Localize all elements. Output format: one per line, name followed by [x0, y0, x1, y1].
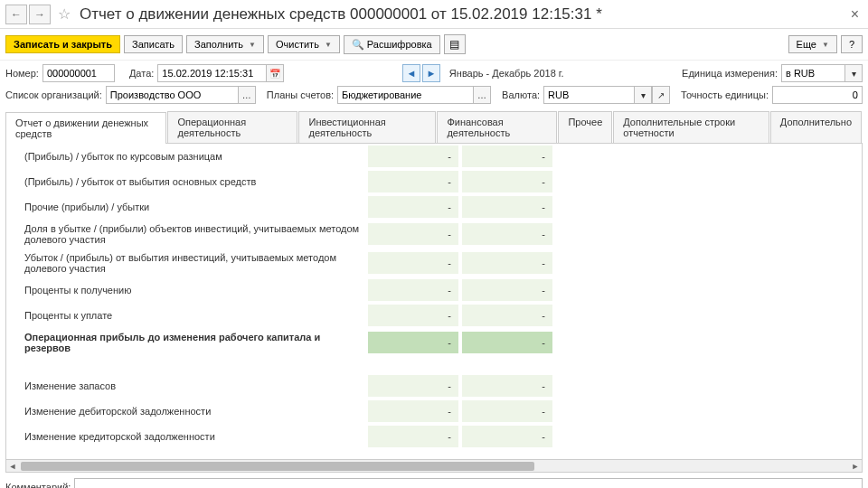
table-row[interactable]: Проценты к получению--: [6, 277, 862, 303]
row-value-2[interactable]: -: [462, 426, 552, 447]
row-value-1[interactable]: -: [368, 279, 458, 301]
row-label: Проценты к получению: [6, 281, 368, 299]
row-value-1[interactable]: -: [368, 223, 458, 245]
row-value-1[interactable]: -: [368, 196, 458, 218]
row-value-2[interactable]: -: [462, 305, 552, 326]
date-label: Дата:: [129, 68, 154, 79]
ellipsis-icon[interactable]: …: [473, 86, 491, 104]
orgs-input[interactable]: [106, 86, 238, 104]
table-row[interactable]: Операционная прибыль до изменения рабоче…: [6, 328, 862, 357]
row-value-2[interactable]: -: [462, 145, 552, 167]
row-value-1[interactable]: -: [368, 252, 458, 274]
table-row[interactable]: Убыток / (прибыль) от выбытия инвестиций…: [6, 249, 862, 277]
more-button[interactable]: Еще▼: [788, 35, 837, 53]
row-label: Изменение кредиторской задолженности: [6, 427, 368, 446]
row-value-2[interactable]: -: [462, 332, 552, 353]
table-row[interactable]: Изменение запасов--: [6, 373, 862, 399]
chevron-down-icon: ▼: [325, 41, 332, 49]
row-value-1[interactable]: -: [368, 305, 458, 326]
row-value-2[interactable]: -: [462, 279, 552, 301]
tab-4[interactable]: Прочее: [558, 111, 612, 143]
period-next-button[interactable]: ►: [422, 64, 440, 82]
chevron-down-icon: ▼: [249, 41, 256, 49]
row-value-2[interactable]: -: [462, 400, 552, 422]
tab-1[interactable]: Операционная деятельность: [167, 111, 297, 143]
plans-label: Планы счетов:: [267, 89, 334, 100]
table-row[interactable]: (Прибыль) / убыток от выбытия основных с…: [6, 169, 862, 194]
table-row[interactable]: Изменение дебиторской задолженности--: [6, 399, 862, 424]
plans-input[interactable]: [337, 86, 473, 104]
nav-back-button[interactable]: ←: [5, 5, 27, 24]
page-title: Отчет о движении денежных средств 000000…: [80, 5, 847, 23]
magnifier-icon: 🔍: [352, 39, 364, 51]
row-value-2[interactable]: -: [462, 252, 552, 274]
precision-label: Точность единицы:: [681, 89, 769, 100]
row-value-1[interactable]: -: [368, 400, 458, 422]
row-value-1[interactable]: -: [368, 426, 458, 447]
precision-input[interactable]: [772, 86, 863, 104]
table-row[interactable]: Доля в убытке / (прибыли) объектов инвес…: [6, 220, 862, 249]
currency-input[interactable]: [543, 86, 634, 104]
row-label: Доля в убытке / (прибыли) объектов инвес…: [6, 220, 368, 249]
chevron-down-icon: ▼: [822, 41, 829, 49]
row-label: Изменение дебиторской задолженности: [6, 402, 368, 420]
save-button[interactable]: Записать: [124, 35, 183, 53]
save-close-button[interactable]: Записать и закрыть: [5, 35, 120, 53]
tab-6[interactable]: Дополнительно: [770, 111, 862, 143]
number-label: Номер:: [5, 68, 39, 79]
tab-2[interactable]: Инвестиционная деятельность: [298, 111, 436, 143]
open-icon[interactable]: ↗: [652, 86, 670, 104]
row-value-2[interactable]: -: [462, 171, 552, 192]
orgs-label: Список организаций:: [5, 89, 102, 100]
favorite-star-icon[interactable]: ☆: [58, 5, 71, 23]
row-label: Изменение запасов: [6, 377, 368, 395]
tab-3[interactable]: Финансовая деятельность: [437, 111, 557, 143]
table-row[interactable]: (Прибыль) / убыток по курсовым разницам-…: [6, 144, 862, 169]
table-row[interactable]: Проценты к уплате--: [6, 303, 862, 328]
horizontal-scrollbar[interactable]: ◄ ►: [5, 460, 863, 473]
row-value-1[interactable]: -: [368, 171, 458, 192]
fill-button[interactable]: Заполнить▼: [186, 35, 264, 53]
row-label: Операционная прибыль до изменения рабоче…: [6, 328, 368, 357]
chevron-down-icon[interactable]: ▾: [844, 64, 863, 82]
row-value-1[interactable]: -: [368, 145, 458, 167]
table-row[interactable]: Прочие (прибыли) / убытки--: [6, 194, 862, 220]
row-label: Прочие (прибыли) / убытки: [6, 198, 368, 216]
decode-button[interactable]: 🔍Расшифровка: [344, 35, 440, 54]
row-value-1[interactable]: -: [368, 332, 458, 353]
toolbar-misc-button[interactable]: ▤: [444, 34, 466, 54]
row-label: Убыток / (прибыль) от выбытия инвестиций…: [6, 249, 368, 277]
row-value-2[interactable]: -: [462, 196, 552, 218]
comment-label: Комментарий:: [5, 482, 71, 488]
table-row[interactable]: Изменение кредиторской задолженности--: [6, 424, 862, 449]
currency-label: Валюта:: [502, 89, 540, 100]
date-input[interactable]: [157, 64, 266, 82]
nav-forward-button[interactable]: →: [29, 5, 51, 24]
comment-input[interactable]: [74, 478, 863, 488]
tab-5[interactable]: Дополнительные строки отчетности: [613, 111, 769, 143]
tab-0[interactable]: Отчет о движении денежных средств: [5, 112, 166, 144]
row-value-1[interactable]: -: [368, 375, 458, 397]
ellipsis-icon[interactable]: …: [238, 86, 256, 104]
period-prev-button[interactable]: ◄: [402, 64, 420, 82]
close-icon[interactable]: ×: [847, 6, 863, 23]
row-label: (Прибыль) / убыток от выбытия основных с…: [6, 173, 368, 191]
number-input[interactable]: [42, 64, 115, 82]
calendar-icon[interactable]: 📅: [266, 64, 284, 82]
row-label: Проценты к уплате: [6, 306, 368, 324]
chevron-down-icon[interactable]: ▾: [634, 86, 652, 104]
row-value-2[interactable]: -: [462, 375, 552, 397]
clear-button[interactable]: Очистить▼: [268, 35, 340, 53]
unit-label: Единица измерения:: [682, 68, 778, 79]
help-button[interactable]: ?: [841, 35, 863, 53]
unit-input[interactable]: [781, 64, 844, 82]
row-label: (Прибыль) / убыток по курсовым разницам: [6, 147, 368, 165]
row-value-2[interactable]: -: [462, 223, 552, 245]
period-text: Январь - Декабрь 2018 г.: [449, 68, 564, 79]
